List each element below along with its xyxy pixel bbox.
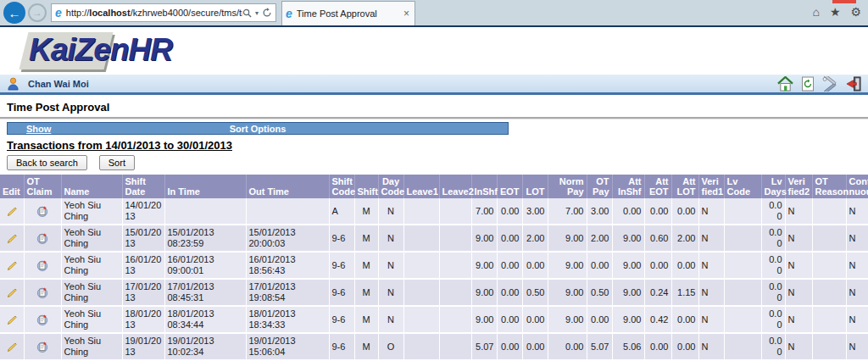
search-icon[interactable] xyxy=(242,8,252,18)
options-bar: Show Sort Options xyxy=(7,122,509,135)
browser-back-button[interactable]: ← xyxy=(3,2,25,24)
home-icon[interactable]: ⌂ xyxy=(812,6,819,18)
verified1-cell: N xyxy=(698,252,724,279)
browser-forward-button[interactable]: → xyxy=(28,3,47,22)
ot-claim-cell[interactable] xyxy=(24,279,61,306)
ot-claim-icon[interactable] xyxy=(36,259,48,271)
norm_pay-cell: 9.00 xyxy=(548,252,587,279)
edit-pencil-icon[interactable] xyxy=(6,287,17,298)
refresh-page-icon[interactable] xyxy=(801,76,815,92)
ot_reason-cell xyxy=(812,225,846,252)
column-header-name: Name xyxy=(61,175,122,198)
tools-icon[interactable] xyxy=(822,76,838,92)
ot-claim-icon[interactable] xyxy=(36,205,48,217)
column-header-leave1: Leave1 xyxy=(403,175,439,198)
ot-claim-cell[interactable] xyxy=(24,198,61,225)
ot_pay-cell: 5.07 xyxy=(587,333,612,360)
chevron-down-icon[interactable]: ▾ xyxy=(255,9,259,17)
att_eot-cell: 0.60 xyxy=(644,225,671,252)
column-header-ot_claim: OT Claim xyxy=(24,175,61,198)
column-header-out_time: Out Time xyxy=(246,175,329,198)
ot_pay-cell: 3.00 xyxy=(587,198,612,225)
logged-in-username: Chan Wai Moi xyxy=(28,79,89,89)
inshf-cell: 9.00 xyxy=(471,252,497,279)
edit-cell[interactable] xyxy=(0,333,24,360)
day_code-cell: N xyxy=(378,198,403,225)
eot-cell: 0.00 xyxy=(497,279,522,306)
table-header-row: EditOT ClaimNameShift DateIn TimeOut Tim… xyxy=(0,175,868,198)
edit-pencil-icon[interactable] xyxy=(6,260,17,271)
favorites-star-icon[interactable]: ★ xyxy=(830,6,841,18)
ot_pay-cell: 2.00 xyxy=(587,225,612,252)
edit-cell[interactable] xyxy=(0,306,24,333)
shift-cell: M xyxy=(354,306,378,333)
user-bar: Chan Wai Moi xyxy=(0,75,868,95)
url-path: /kzhrweb4000/secure/tms/tmspos xyxy=(131,8,242,18)
leave1-cell xyxy=(403,225,439,252)
verified2-cell: N xyxy=(785,279,812,306)
edit-cell[interactable] xyxy=(0,198,24,225)
ot-claim-icon[interactable] xyxy=(36,314,48,325)
column-header-shift_code: Shift Code xyxy=(329,175,354,198)
edit-pencil-icon[interactable] xyxy=(6,314,17,325)
verified2-cell: N xyxy=(785,252,812,279)
leave1-cell xyxy=(403,306,439,333)
ot-claim-cell[interactable] xyxy=(24,252,61,279)
edit-cell[interactable] xyxy=(0,225,24,252)
ot-claim-cell[interactable] xyxy=(24,333,61,360)
column-header-shift_date: Shift Date xyxy=(122,175,164,198)
refresh-icon[interactable] xyxy=(262,8,272,18)
in_time-cell: 17/01/2013 08:45:31 xyxy=(164,279,246,306)
back-to-search-button[interactable]: Back to search xyxy=(7,155,87,170)
edit-pencil-icon[interactable] xyxy=(6,342,17,353)
tab-close-icon[interactable]: × xyxy=(403,8,409,19)
norm_pay-cell: 0.00 xyxy=(548,333,587,360)
sort-options-link[interactable]: Sort Options xyxy=(8,124,508,134)
att_inshf-cell: 9.00 xyxy=(612,225,644,252)
ot-claim-icon[interactable] xyxy=(36,286,48,298)
title-divider xyxy=(0,117,868,119)
ot-claim-icon[interactable] xyxy=(36,232,48,244)
table-row: Yeoh Siu Ching16/01/201316/01/2013 09:00… xyxy=(0,252,868,279)
url-text: http://localhost/kzhrweb4000/secure/tms/… xyxy=(66,8,242,18)
ot-claim-cell[interactable] xyxy=(24,306,61,333)
ot_pay-cell: 0.50 xyxy=(587,279,612,306)
settings-gear-icon[interactable]: ⚙ xyxy=(850,6,861,18)
sort-button[interactable]: Sort xyxy=(99,155,135,170)
edit-pencil-icon[interactable] xyxy=(6,206,17,217)
logout-icon[interactable] xyxy=(846,76,861,92)
edit-pencil-icon[interactable] xyxy=(6,233,17,244)
lv_days-cell: 0.00 xyxy=(761,252,785,279)
shift_date-cell: 16/01/2013 xyxy=(122,252,164,279)
tab-title: Time Post Approval xyxy=(297,8,377,19)
column-header-ot_pay: OT Pay xyxy=(587,175,612,198)
att_lot-cell: 0.00 xyxy=(671,198,698,225)
edit-cell[interactable] xyxy=(0,252,24,279)
shift_date-cell: 19/01/2013 xyxy=(122,333,164,360)
verified2-cell: N xyxy=(785,333,812,360)
browser-tab[interactable]: e Time Post Approval × xyxy=(281,1,415,25)
address-bar[interactable]: e http://localhost/kzhrweb4000/secure/tm… xyxy=(51,3,276,22)
logo-area: KaiZenHR xyxy=(0,27,868,75)
transactions-table-body: Yeoh Siu Ching14/01/2013AMN7.000.003.007… xyxy=(0,198,868,361)
browser-chrome: ← → e http://localhost/kzhrweb4000/secur… xyxy=(0,0,868,25)
day_code-cell: N xyxy=(378,252,403,279)
continuous-cell: N xyxy=(846,225,868,252)
edit-cell[interactable] xyxy=(0,279,24,306)
inshf-cell: 9.00 xyxy=(471,225,497,252)
lot-cell: 3.00 xyxy=(522,198,548,225)
att_lot-cell: 1.15 xyxy=(671,279,698,306)
ot-claim-icon[interactable] xyxy=(36,341,48,353)
column-header-verified2: Veri fied2 xyxy=(785,175,812,198)
att_inshf-cell: 9.00 xyxy=(612,306,644,333)
norm_pay-cell: 9.00 xyxy=(548,279,587,306)
name-cell: Yeoh Siu Ching xyxy=(61,198,122,225)
eot-cell: 0.00 xyxy=(497,252,522,279)
shift_code-cell: 9-6 xyxy=(329,306,354,333)
home-page-icon[interactable] xyxy=(777,76,793,92)
ot-claim-cell[interactable] xyxy=(24,225,61,252)
url-host: localhost xyxy=(89,8,130,18)
verified2-cell: N xyxy=(785,306,812,333)
window-close-strip[interactable] xyxy=(832,0,856,3)
eot-cell: 0.00 xyxy=(497,225,522,252)
